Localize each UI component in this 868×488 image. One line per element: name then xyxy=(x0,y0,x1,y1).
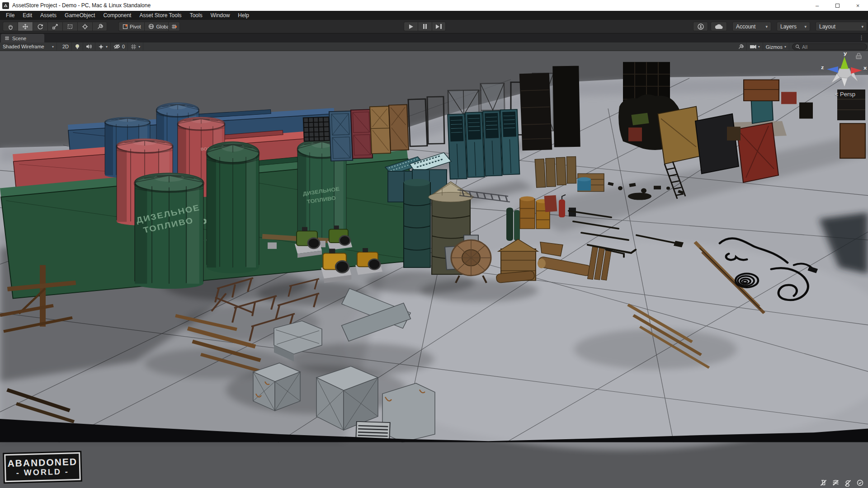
cloud-button[interactable] xyxy=(711,22,727,31)
rotate-tool-button[interactable] xyxy=(33,22,47,31)
flashlight-off-toggle-icon[interactable] xyxy=(818,478,829,488)
grid-snap-button[interactable] xyxy=(168,22,180,31)
menu-tools[interactable]: Tools xyxy=(186,11,207,20)
menu-help[interactable]: Help xyxy=(234,11,253,20)
transform-tool-button[interactable] xyxy=(77,22,92,31)
chevron-down-icon: ▾ xyxy=(804,24,807,29)
tab-menu-button[interactable]: ⋮ xyxy=(859,34,864,41)
transform-icon xyxy=(82,23,88,30)
close-button[interactable]: × xyxy=(848,0,868,11)
gizmo-cube[interactable] xyxy=(837,69,852,78)
layers-dropdown[interactable]: Layers ▾ xyxy=(777,22,810,31)
asset-leaning-door-tan[interactable] xyxy=(658,107,702,164)
grid-visibility-button[interactable]: ▾ xyxy=(128,42,143,51)
custom-tool-button[interactable] xyxy=(92,22,107,31)
pivot-icon xyxy=(123,24,128,29)
asset-cabinet-row[interactable] xyxy=(448,109,520,179)
asset-door-blue[interactable] xyxy=(329,111,353,161)
main-toolbar: Pivot Global Account ▾ Layers ▾ Layout xyxy=(0,20,868,33)
scene-search-field[interactable] xyxy=(792,43,867,50)
scene-camera-button[interactable]: ▾ xyxy=(747,42,763,51)
scene-3d-render[interactable]: ВОДА ВОДА ТЕХН. ДИЗЕЛЬНОЕ ТОПЛИВО ВОДА xyxy=(0,51,868,488)
menu-asset-store-tools[interactable]: Asset Store Tools xyxy=(135,11,185,20)
rect-tool-button[interactable] xyxy=(62,22,77,31)
move-icon xyxy=(22,23,28,30)
minimize-button[interactable]: – xyxy=(807,0,827,11)
layout-dropdown[interactable]: Layout ▾ xyxy=(816,22,867,31)
menu-gameobject[interactable]: GameObject xyxy=(61,11,99,20)
viewport-overlay-toggles xyxy=(818,478,865,488)
gizmos-dropdown[interactable]: Gizmos ▾ xyxy=(763,42,789,51)
asset-table-brown[interactable] xyxy=(840,123,865,158)
draw-mode-dropdown[interactable]: Shaded Wireframe ▾ xyxy=(0,42,57,51)
account-dropdown[interactable]: Account ▾ xyxy=(732,22,771,31)
play-button[interactable] xyxy=(404,22,418,31)
hand-tool-button[interactable] xyxy=(3,22,18,31)
scene-toolbar-right: ▾ Gizmos ▾ xyxy=(735,42,867,51)
chevron-down-icon: ▾ xyxy=(758,45,760,49)
gizmos-label: Gizmos xyxy=(766,44,783,50)
layout-label: Layout xyxy=(819,23,835,30)
asset-leaning-door-dark[interactable] xyxy=(695,114,739,174)
status-ok-icon[interactable] xyxy=(854,478,865,488)
asset-tower-teal[interactable] xyxy=(404,179,430,267)
maximize-button[interactable] xyxy=(827,0,848,11)
pause-button[interactable] xyxy=(418,22,432,31)
menu-edit[interactable]: Edit xyxy=(19,11,36,20)
tab-scene[interactable]: Scene xyxy=(1,34,44,42)
globe-icon xyxy=(148,23,154,29)
tab-bar: Scene ⋮ xyxy=(0,33,868,42)
audio-toggle-button[interactable] xyxy=(83,42,95,51)
asset-cabinet-brown[interactable] xyxy=(744,80,779,101)
hand-icon xyxy=(7,23,14,30)
asset-door-red[interactable] xyxy=(351,109,373,159)
collab-button[interactable] xyxy=(693,22,708,31)
play-controls xyxy=(404,22,446,31)
asset-door-brown[interactable] xyxy=(389,104,409,150)
asset-door-tan[interactable] xyxy=(370,106,391,154)
lighting-toggle-button[interactable] xyxy=(72,42,83,51)
asset-grate-panel[interactable] xyxy=(303,117,330,141)
effects-off-toggle-icon[interactable] xyxy=(842,478,853,488)
asset-barrel-blue[interactable] xyxy=(577,177,591,191)
chevron-down-icon[interactable]: ▾ xyxy=(138,45,140,49)
asset-cylinder-tank-green-1[interactable]: ДИЗЕЛЬНОЕ ТОПЛИВО xyxy=(135,173,203,289)
scene-viewport[interactable]: ВОДА ВОДА ТЕХН. ДИЗЕЛЬНОЕ ТОПЛИВО ВОДА xyxy=(0,51,868,488)
step-button[interactable] xyxy=(432,22,446,31)
menu-window[interactable]: Window xyxy=(207,11,234,20)
2d-label: 2D xyxy=(62,44,69,49)
chevron-down-icon[interactable]: ▾ xyxy=(106,45,108,49)
effects-icon xyxy=(98,44,104,50)
menu-component[interactable]: Component xyxy=(99,11,135,20)
pivot-toggle-button[interactable]: Pivot xyxy=(118,22,144,31)
wrench-icon xyxy=(97,23,103,30)
menu-file[interactable]: File xyxy=(2,11,19,20)
camera-icon xyxy=(750,44,756,49)
account-label: Account xyxy=(736,23,755,30)
scene-view-toolbar: Shaded Wireframe ▾ 2D ▾ 0 ▾ ▾ Gizmos ▾ xyxy=(0,42,868,51)
scale-tool-button[interactable] xyxy=(47,22,62,31)
2d-toggle-button[interactable]: 2D xyxy=(60,42,72,51)
draw-mode-label: Shaded Wireframe xyxy=(3,44,44,49)
hidden-objects-button[interactable]: 0 xyxy=(111,42,128,51)
move-tool-button[interactable] xyxy=(18,22,33,31)
scene-search-input[interactable] xyxy=(802,44,861,50)
asset-leaning-door-red[interactable] xyxy=(737,122,778,183)
window-title: AssetStore Project - Demo - PC, Mac & Li… xyxy=(12,2,151,9)
layers-label: Layers xyxy=(780,23,797,30)
grid-snap-icon xyxy=(171,23,177,30)
collab-icon xyxy=(697,23,704,30)
window-titlebar[interactable]: AssetStore Project - Demo - PC, Mac & Li… xyxy=(0,0,868,11)
asset-jerrycan-red[interactable] xyxy=(544,195,557,212)
layers-toggle-icon[interactable] xyxy=(830,478,841,488)
wrench-icon xyxy=(738,44,744,50)
speaker-icon xyxy=(86,44,92,49)
effects-toggle-button[interactable]: ▾ xyxy=(95,42,111,51)
pause-icon xyxy=(423,24,425,29)
menu-assets[interactable]: Assets xyxy=(36,11,61,20)
scene-tab-label: Scene xyxy=(12,36,26,41)
projection-mode-label[interactable]: < Persp xyxy=(835,91,855,98)
asset-gas-bottles[interactable] xyxy=(506,208,520,241)
scene-tools-button[interactable] xyxy=(735,42,747,51)
scene-tab-icon xyxy=(5,36,9,41)
